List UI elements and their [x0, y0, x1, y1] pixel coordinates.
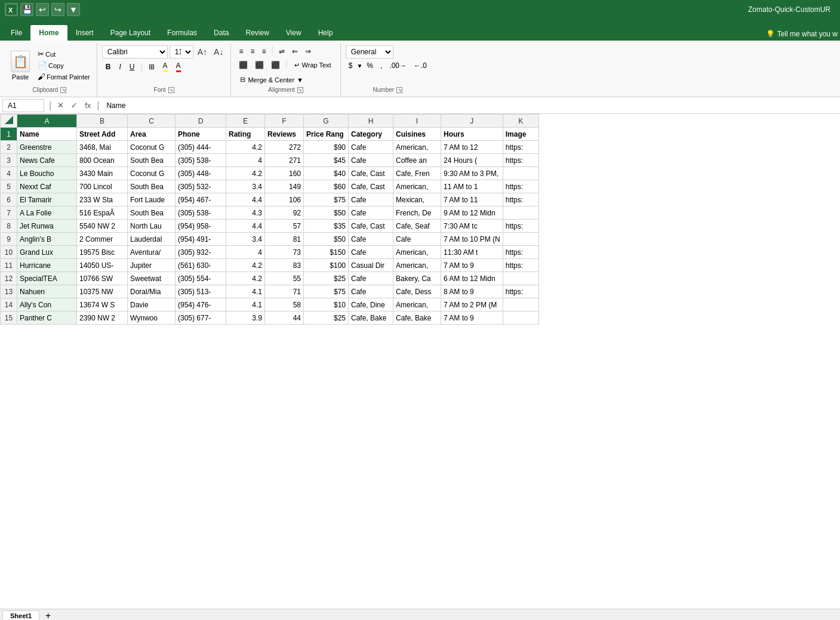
- col-header-C[interactable]: C: [128, 115, 176, 128]
- tab-review[interactable]: Review: [237, 25, 277, 41]
- row-header-8[interactable]: 8: [1, 220, 17, 233]
- cell-3-8[interactable]: Coffee an: [393, 154, 441, 167]
- indent-increase-button[interactable]: ⇒: [302, 45, 314, 57]
- cell-5-5[interactable]: 149: [265, 180, 304, 193]
- col-header-J[interactable]: J: [441, 115, 503, 128]
- cell-3-7[interactable]: Cafe: [349, 154, 393, 167]
- save-icon[interactable]: 💾: [20, 3, 33, 16]
- col-header-I[interactable]: I: [393, 115, 441, 128]
- cell-13-9[interactable]: 8 AM to 9: [441, 285, 503, 298]
- cell-8-4[interactable]: 4.4: [226, 220, 265, 233]
- cell-9-3[interactable]: (954) 491-: [176, 233, 226, 246]
- cell-9-4[interactable]: 3.4: [226, 233, 265, 246]
- cell-2-10[interactable]: https:: [503, 141, 539, 154]
- text-direction-button[interactable]: ⇌: [276, 45, 288, 57]
- cell-14-3[interactable]: (954) 476-: [176, 298, 226, 311]
- cell-13-2[interactable]: Doral/Mia: [128, 285, 176, 298]
- col-header-K[interactable]: K: [503, 115, 539, 128]
- comma-button[interactable]: ,: [377, 60, 385, 71]
- cell-7-7[interactable]: Cafe: [349, 206, 393, 220]
- font-grow-button[interactable]: A↑: [195, 46, 210, 58]
- cell-8-3[interactable]: (954) 958-: [176, 220, 226, 233]
- row-header-6[interactable]: 6: [1, 193, 17, 206]
- tab-help[interactable]: Help: [310, 25, 341, 41]
- cell-14-2[interactable]: Davie: [128, 298, 176, 311]
- cell-10-1[interactable]: 19575 Bisc: [77, 246, 128, 259]
- col-header-A[interactable]: A: [17, 115, 77, 128]
- tab-page-layout[interactable]: Page Layout: [102, 25, 159, 41]
- cell-15-9[interactable]: 7 AM to 9: [441, 311, 503, 325]
- cell-3-3[interactable]: (305) 538-: [176, 154, 226, 167]
- cell-14-1[interactable]: 13674 W S: [77, 298, 128, 311]
- cell-4-0[interactable]: Le Boucho: [17, 167, 77, 180]
- cell-8-10[interactable]: https:: [503, 220, 539, 233]
- decimal-increase-button[interactable]: .00→: [386, 60, 410, 71]
- cell-8-1[interactable]: 5540 NW 2: [77, 220, 128, 233]
- cell-15-7[interactable]: Cafe, Bake: [349, 311, 393, 325]
- cell-2-7[interactable]: Cafe: [349, 141, 393, 154]
- align-center-button[interactable]: ⬛: [252, 59, 267, 71]
- cell-9-0[interactable]: Anglin's B: [17, 233, 77, 246]
- tab-view[interactable]: View: [278, 25, 310, 41]
- currency-button[interactable]: $: [346, 60, 356, 71]
- cell-15-8[interactable]: Cafe, Bake: [393, 311, 441, 325]
- cell-11-0[interactable]: Hurricane: [17, 259, 77, 272]
- cell-6-0[interactable]: El Tamarir: [17, 193, 77, 206]
- cell-2-6[interactable]: $90: [304, 141, 349, 154]
- cell-10-10[interactable]: https:: [503, 246, 539, 259]
- cell-1-3[interactable]: Phone: [176, 128, 226, 141]
- cell-15-4[interactable]: 3.9: [226, 311, 265, 325]
- tab-home[interactable]: Home: [30, 25, 67, 41]
- cell-3-9[interactable]: 24 Hours (: [441, 154, 503, 167]
- cell-12-1[interactable]: 10766 SW: [77, 272, 128, 285]
- cell-7-9[interactable]: 9 AM to 12 Midn: [441, 206, 503, 220]
- cell-9-9[interactable]: 7 AM to 10 PM (N: [441, 233, 503, 246]
- cell-12-0[interactable]: SpecialTEA: [17, 272, 77, 285]
- cell-10-0[interactable]: Grand Lux: [17, 246, 77, 259]
- cell-10-9[interactable]: 11:30 AM t: [441, 246, 503, 259]
- cell-9-6[interactable]: $50: [304, 233, 349, 246]
- cell-12-3[interactable]: (305) 554-: [176, 272, 226, 285]
- insert-function-icon[interactable]: fx: [81, 101, 94, 110]
- cell-4-4[interactable]: 4.2: [226, 167, 265, 180]
- cell-15-3[interactable]: (305) 677-: [176, 311, 226, 325]
- cell-5-10[interactable]: https:: [503, 180, 539, 193]
- cell-5-8[interactable]: American,: [393, 180, 441, 193]
- cell-12-8[interactable]: Bakery, Ca: [393, 272, 441, 285]
- cell-11-6[interactable]: $100: [304, 259, 349, 272]
- cell-7-3[interactable]: (305) 538-: [176, 206, 226, 220]
- cell-3-0[interactable]: News Cafe: [17, 154, 77, 167]
- cell-14-9[interactable]: 7 AM to 2 PM (M: [441, 298, 503, 311]
- cell-10-3[interactable]: (305) 932-: [176, 246, 226, 259]
- quick-access-dropdown[interactable]: ▼: [67, 3, 80, 16]
- align-top-left-button[interactable]: ≡: [236, 45, 246, 57]
- cell-4-1[interactable]: 3430 Main: [77, 167, 128, 180]
- col-header-G[interactable]: G: [304, 115, 349, 128]
- cell-2-8[interactable]: American,: [393, 141, 441, 154]
- cell-5-4[interactable]: 3.4: [226, 180, 265, 193]
- sheet-add-button[interactable]: +: [41, 610, 56, 621]
- cell-6-9[interactable]: 7 AM to 11: [441, 193, 503, 206]
- search-label[interactable]: Tell me what you w: [777, 30, 838, 38]
- cell-15-0[interactable]: Panther C: [17, 311, 77, 325]
- border-button[interactable]: ⊞: [145, 61, 158, 72]
- cell-15-1[interactable]: 2390 NW 2: [77, 311, 128, 325]
- col-header-E[interactable]: E: [226, 115, 265, 128]
- italic-button[interactable]: I: [115, 61, 124, 72]
- cell-11-4[interactable]: 4.2: [226, 259, 265, 272]
- cell-4-2[interactable]: Coconut G: [128, 167, 176, 180]
- cell-11-3[interactable]: (561) 630-: [176, 259, 226, 272]
- spreadsheet[interactable]: A B C D E F G H I J K 1NameStreet AddAre…: [0, 114, 840, 609]
- decimal-decrease-button[interactable]: ←.0: [411, 60, 430, 71]
- cell-15-2[interactable]: Wynwoo: [128, 311, 176, 325]
- cell-4-6[interactable]: $40: [304, 167, 349, 180]
- cell-7-2[interactable]: South Bea: [128, 206, 176, 220]
- cell-8-6[interactable]: $35: [304, 220, 349, 233]
- alignment-expander[interactable]: ↘: [297, 87, 303, 93]
- merge-dropdown-icon[interactable]: ▼: [297, 76, 303, 84]
- cell-2-3[interactable]: (305) 444-: [176, 141, 226, 154]
- cell-9-1[interactable]: 2 Commer: [77, 233, 128, 246]
- cell-8-0[interactable]: Jet Runwa: [17, 220, 77, 233]
- row-header-1[interactable]: 1: [1, 128, 17, 141]
- cell-14-5[interactable]: 58: [265, 298, 304, 311]
